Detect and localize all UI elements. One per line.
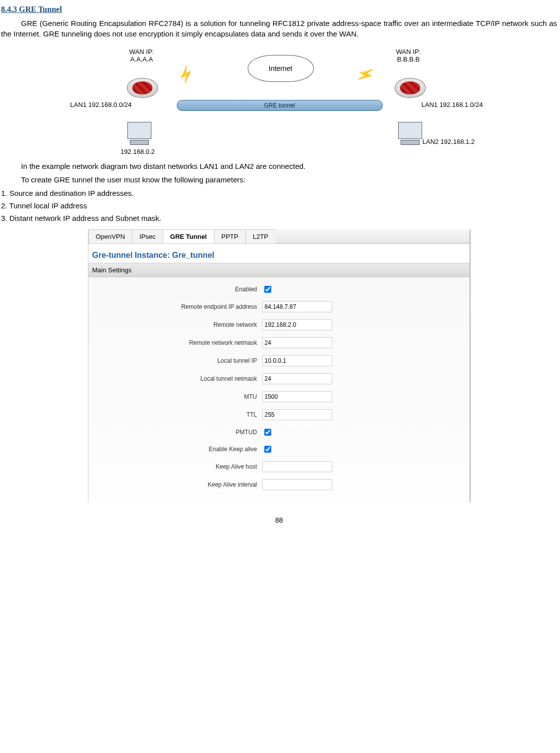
tab-gre-tunnel[interactable]: GRE Tunnel <box>163 229 214 243</box>
pc-right-icon <box>397 122 424 147</box>
lightning-icon: ⚡ <box>174 63 197 85</box>
gre-tunnel-bar: GRE tunnel <box>177 100 383 111</box>
list-item-3: 3. Distant network IP address and Subnet… <box>1 213 557 223</box>
heading-title: GRE Tunnel <box>19 5 62 13</box>
local-tunnel-netmask-input[interactable] <box>262 373 332 384</box>
wan-ip-left-label: WAN IP: A.A.A.A <box>122 48 162 63</box>
local-tunnel-ip-label: Local tunnel IP <box>92 357 262 364</box>
instance-title: Gre-tunnel Instance: Gre_tunnel <box>88 244 470 263</box>
lightning-icon: ⚡ <box>354 63 377 85</box>
keep-alive-checkbox[interactable] <box>264 446 271 453</box>
paragraph-params-intro: To create GRE tunnel the user must know … <box>1 174 557 185</box>
paragraph-intro: GRE (Generic Routing Encapsulation RFC27… <box>1 18 557 39</box>
heading-number: 8.4.3 <box>1 5 17 13</box>
pmtud-checkbox[interactable] <box>264 429 271 436</box>
remote-netmask-input[interactable] <box>262 337 332 348</box>
router-right-icon <box>395 78 426 98</box>
tab-l2tp[interactable]: L2TP <box>245 229 276 243</box>
remote-network-label: Remote network <box>92 321 262 328</box>
remote-ip-label: Remote endpoint IP address <box>92 303 262 310</box>
enabled-label: Enabled <box>92 286 262 293</box>
wan-ip-right-label: WAN IP: B.B.B.B <box>389 48 429 63</box>
page-number: 88 <box>1 516 557 524</box>
mtu-label: MTU <box>92 393 262 400</box>
list-item-1: 1. Source and destination IP addresses. <box>1 188 557 198</box>
config-panel: OpenVPN IPsec GRE Tunnel PPTP L2TP Gre-t… <box>88 229 471 502</box>
pc-left-icon <box>126 122 153 147</box>
keep-alive-host-input[interactable] <box>262 461 332 472</box>
internet-cloud: Internet <box>248 55 314 82</box>
keep-alive-interval-input[interactable] <box>262 479 332 490</box>
tab-openvpn[interactable]: OpenVPN <box>88 229 133 243</box>
section-heading: 8.4.3 GRE Tunnel <box>1 5 557 14</box>
keep-alive-host-label: Keep Alive host <box>92 463 262 470</box>
settings-form: Enabled Remote endpoint IP address Remot… <box>88 277 470 502</box>
pmtud-label: PMTUD <box>92 429 262 436</box>
remote-ip-input[interactable] <box>262 301 332 312</box>
keep-alive-label: Enable Keep alive <box>92 446 262 453</box>
ttl-input[interactable] <box>262 409 332 420</box>
section-main-settings: Main Settings <box>88 263 470 277</box>
lan1-left-label: LAN1 192.168.0.0/24 <box>57 101 132 108</box>
router-left-icon <box>127 78 158 98</box>
pc-left-label: 192.168.0.2 <box>108 148 168 155</box>
pc-right-label: LAN2 192.168.1.2 <box>423 138 493 145</box>
local-tunnel-ip-input[interactable] <box>262 355 332 366</box>
remote-network-input[interactable] <box>262 319 332 330</box>
keep-alive-interval-label: Keep Alive interval <box>92 481 262 488</box>
remote-netmask-label: Remote network netmask <box>92 339 262 346</box>
enabled-checkbox[interactable] <box>264 286 271 293</box>
tab-ipsec[interactable]: IPsec <box>132 229 163 243</box>
ttl-label: TTL <box>92 411 262 418</box>
list-item-2: 2. Tunnel local IP address <box>1 200 557 211</box>
gre-network-diagram: WAN IP: A.A.A.A WAN IP: B.B.B.B Internet… <box>72 48 487 153</box>
local-tunnel-netmask-label: Local tunnel netmask <box>92 375 262 382</box>
tab-pptp[interactable]: PPTP <box>214 229 246 243</box>
lan1-right-label: LAN1 192.168.1.0/24 <box>422 101 497 108</box>
tab-filler <box>275 229 469 243</box>
paragraph-example: In the example network diagram two dista… <box>1 161 557 171</box>
tab-bar: OpenVPN IPsec GRE Tunnel PPTP L2TP <box>88 229 470 244</box>
mtu-input[interactable] <box>262 391 332 402</box>
